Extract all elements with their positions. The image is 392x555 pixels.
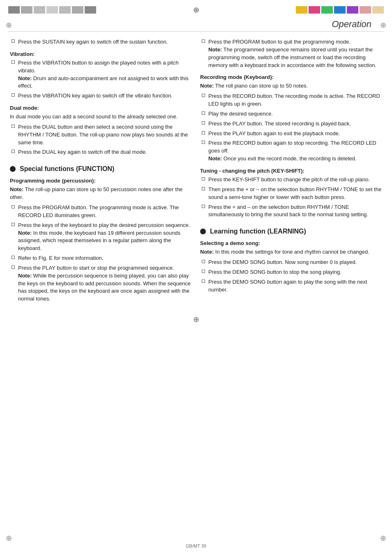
prog-item1: Press the PROGRAM button. The programmin… [10, 204, 192, 220]
learning-function-title: Learning function (LEARNING) [210, 228, 306, 235]
prog-text1: Press the PROGRAM button. The programmin… [18, 204, 192, 220]
header-block-1 [8, 6, 20, 14]
header-color-block-3 [321, 6, 333, 14]
bullet-icon [202, 141, 205, 144]
tuning-text2: Then press the + or – on the selection b… [208, 186, 382, 201]
tuning-text3: Press the + and – on the selection butto… [208, 204, 382, 219]
programming-heading: Programming mode (percussion): [10, 178, 192, 184]
demo-text2: Press the DEMO SONG button to stop the s… [208, 268, 382, 276]
bullet-icon [12, 266, 15, 269]
header-color-block-1 [296, 6, 307, 14]
rec-item1: Press the RECORD button. The recording m… [200, 92, 382, 108]
header-block-3 [34, 6, 45, 14]
header-color-block-5 [347, 6, 358, 14]
header-block-6 [72, 6, 83, 14]
page-title: Operation [8, 16, 384, 32]
rec-item2: Play the desired sequence. [200, 110, 382, 118]
header-compass: ⊕ [193, 5, 199, 14]
bullet-icon [12, 223, 15, 226]
bullet-icon [12, 93, 15, 97]
vibration-item1: Press the VIBRATION button to assign the… [10, 59, 192, 90]
header-color-block-7 [372, 6, 384, 14]
bullet-icon [202, 94, 205, 97]
rec-text3: Press the PLAY button. The stored record… [208, 120, 382, 128]
demo-item1: Press the DEMO SONG button. Now song num… [200, 259, 382, 266]
learning-function-section: Learning function (LEARNING) [200, 228, 382, 235]
dual-item1: Press the DUAL button and then select a … [10, 123, 192, 147]
header-block-4 [46, 6, 58, 14]
page-footer: GB/MT 39 [0, 543, 392, 548]
bullet-icon [12, 60, 15, 64]
demo-text1: Press the DEMO SONG button. Now song num… [208, 259, 382, 266]
program-quit-item: Press the PROGRAM button to quit the pro… [200, 38, 382, 69]
demo-item3: Press the DEMO SONG button again to play… [200, 278, 382, 294]
bullet-icon [202, 270, 205, 273]
header-color-block-6 [360, 6, 371, 14]
bullet-icon [202, 280, 205, 283]
bullet-icon [202, 187, 205, 190]
dual-text1: Press the DUAL button and then select a … [18, 123, 192, 147]
demo-item2: Press the DEMO SONG button to stop the s… [200, 268, 382, 276]
tuning-item1: Press the KEY-SHIFT button to change the… [200, 176, 382, 184]
programming-note: Note: The roll-up piano can store up to … [10, 186, 192, 201]
bullet-icon [202, 121, 205, 125]
demo-text3: Press the DEMO SONG button again to play… [208, 278, 382, 294]
vibration-item2: Press the VIBRATION key again to switch … [10, 92, 192, 100]
bullet-icon [202, 39, 205, 43]
header-center: ⊕ [96, 5, 296, 14]
header-color-block-2 [309, 6, 320, 14]
header-block-5 [59, 6, 71, 14]
page-number: GB/MT 39 [186, 543, 206, 548]
right-column: Press the PROGRAM button to quit the pro… [200, 38, 382, 305]
bullet-icon [12, 205, 15, 208]
corner-mark-br: ⊕ [380, 534, 386, 543]
dual-mode-heading: Dual mode: [10, 105, 192, 111]
learning-dot-icon [200, 229, 206, 234]
recording-heading: Recording mode (Keyboard): [200, 74, 382, 80]
demo-note: Note: In this mode the settings for tone… [200, 248, 382, 256]
tuning-item2: Then press the + or – on the selection b… [200, 186, 382, 201]
bullet-icon [12, 150, 15, 153]
prog-item4: Press the PLAY button to start or stop t… [10, 264, 192, 303]
prog-text3: Refer to Fig. E for more information. [18, 254, 192, 262]
tuning-heading: Tuning - changing the pitch (KEY-SHIFT): [200, 168, 382, 174]
vibration-text1: Press the VIBRATION button to assign the… [18, 59, 192, 90]
rec-item5: Press the RECORD button again to stop re… [200, 139, 382, 163]
corner-mark-bl: ⊕ [6, 534, 12, 543]
tuning-item3: Press the + and – on the selection butto… [200, 204, 382, 219]
rec-text2: Play the desired sequence. [208, 110, 382, 118]
bullet-icon [12, 39, 15, 43]
prog-text2: Press the keys of the keyboard to play t… [18, 222, 192, 252]
dual-intro: In dual mode you can add a second sound … [10, 113, 192, 121]
rec-item4: Press the PLAY button again to exit the … [200, 130, 382, 138]
sustain-item: Press the SUSTAIN key again to switch of… [10, 38, 192, 46]
left-column: Press the SUSTAIN key again to switch of… [10, 38, 192, 305]
bullet-icon [202, 177, 205, 180]
footer-compass: ⊕ [0, 315, 392, 324]
bullet-icon [202, 205, 205, 208]
tuning-text1: Press the KEY-SHIFT button to change the… [208, 176, 382, 184]
header-block-7 [85, 6, 96, 14]
rec-text1: Press the RECORD button. The recording m… [208, 92, 382, 108]
demo-heading: Selecting a demo song: [200, 240, 382, 246]
header-color-block-4 [334, 6, 346, 14]
corner-mark-tr: ⊕ [380, 21, 386, 30]
main-content: Press the SUSTAIN key again to switch of… [0, 32, 392, 312]
prog-item3: Refer to Fig. E for more information. [10, 254, 192, 262]
header-block-2 [21, 6, 32, 14]
special-dot-icon [10, 166, 16, 172]
prog-text4: Press the PLAY button to start or stop t… [18, 264, 192, 303]
sustain-text: Press the SUSTAIN key again to switch of… [18, 38, 192, 46]
corner-mark-tl: ⊕ [6, 21, 12, 30]
header-right-decoration [296, 6, 384, 14]
header-left-decoration [8, 6, 96, 14]
vibration-heading: Vibration: [10, 51, 192, 57]
bullet-icon [12, 125, 15, 128]
rec-text5: Press the RECORD button again to stop re… [208, 139, 382, 163]
dual-text2: Press the DUAL key again to switch off t… [18, 148, 192, 156]
special-functions-section: Special functions (FUNCTION) [10, 165, 192, 173]
header-bar: ⊕ [0, 0, 392, 16]
special-functions-title: Special functions (FUNCTION) [20, 165, 114, 173]
bullet-icon [12, 256, 15, 259]
rec-item3: Press the PLAY button. The stored record… [200, 120, 382, 128]
